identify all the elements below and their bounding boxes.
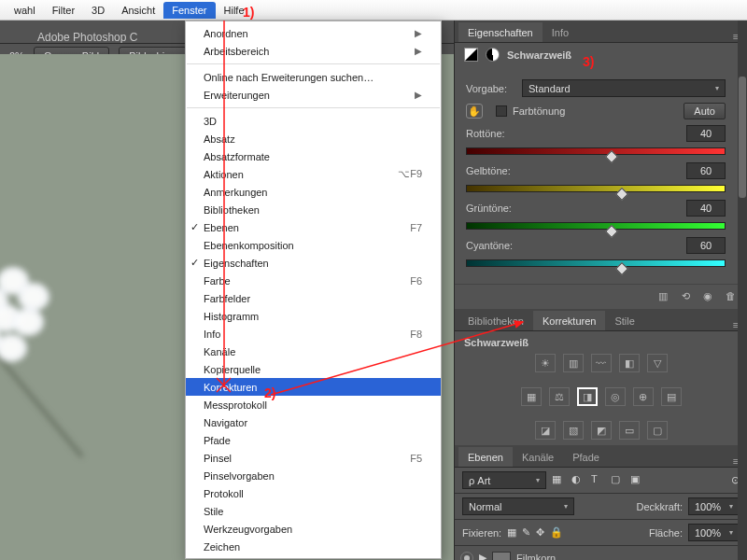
menu-item[interactable]: Stile (186, 502, 441, 520)
korr-current-label: Schwarzweiß (455, 331, 747, 348)
menu-item[interactable]: PinselF5 (186, 449, 441, 467)
filter-adjust-icon[interactable]: ◐ (571, 473, 585, 487)
tab-ebenen[interactable]: Ebenen (458, 447, 513, 467)
auto-button[interactable]: Auto (684, 103, 726, 119)
lock-all-icon[interactable]: 🔒 (550, 526, 563, 539)
menu-item[interactable]: Kanäle (186, 343, 441, 360)
tab-info[interactable]: Info (543, 22, 578, 42)
menu-item[interactable]: Histogramm (186, 307, 441, 325)
menu-item[interactable]: Arbeitsbereich▶ (186, 42, 441, 60)
opacity-input[interactable]: 100%▾ (688, 497, 740, 515)
menu-item[interactable]: Kopierquelle (186, 360, 441, 378)
adj-vibrance-icon[interactable]: ▽ (647, 354, 668, 372)
slider-value[interactable]: 40 (686, 125, 726, 142)
trash-icon[interactable]: 🗑 (723, 288, 738, 303)
fill-input[interactable]: 100%▾ (688, 524, 740, 541)
adj-balance-icon[interactable]: ⚖ (549, 387, 570, 406)
tab-stile[interactable]: Stile (605, 311, 643, 330)
adj-brightness-icon[interactable]: ☀ (535, 354, 556, 372)
tab-eigenschaften[interactable]: Eigenschaften (458, 22, 543, 42)
layer-filter-select[interactable]: ρ Art▾ (462, 471, 546, 489)
lock-trans-icon[interactable]: ▦ (507, 526, 516, 539)
menu-wahl[interactable]: wahl (6, 2, 44, 19)
visibility-icon[interactable]: ◉ (700, 288, 715, 303)
tab-bibliotheken[interactable]: Bibliotheken (458, 311, 533, 330)
reset-icon[interactable]: ⟲ (678, 288, 693, 303)
menu-item[interactable]: Anmerkungen (186, 183, 441, 201)
lock-pos-icon[interactable]: ✥ (536, 526, 544, 539)
menu-item[interactable]: Aktionen⌥F9 (186, 165, 441, 183)
adj-photo-filter-icon[interactable]: ◎ (605, 387, 626, 406)
slider-value[interactable]: 40 (686, 200, 726, 217)
slider-value[interactable]: 60 (686, 237, 726, 254)
menu-item[interactable]: Online nach Erweiterungen suchen… (186, 68, 441, 86)
opacity-label: Deckkraft: (636, 501, 683, 512)
filter-pixel-icon[interactable]: ▦ (552, 473, 566, 487)
color-slider[interactable] (466, 222, 726, 231)
menu-item[interactable]: Farbfelder (186, 289, 441, 307)
menu-item[interactable]: Messprotokoll (186, 396, 441, 413)
tab-pfade[interactable]: Pfade (563, 447, 609, 467)
tab-korrekturen[interactable]: Korrekturen (533, 311, 605, 330)
filter-smart-icon[interactable]: ▣ (630, 473, 644, 487)
adj-channel-mixer-icon[interactable]: ⊕ (633, 387, 654, 406)
targeted-adjust-icon[interactable]: ✋ (466, 104, 483, 119)
menu-ansicht[interactable]: Ansicht (113, 2, 163, 19)
menu-item[interactable]: Protokoll (186, 484, 441, 502)
tint-checkbox[interactable] (496, 105, 507, 117)
expand-icon[interactable]: ▶ (479, 552, 486, 560)
menu-item[interactable]: Anordnen▶ (186, 24, 441, 42)
menu-3d[interactable]: 3D (83, 2, 113, 19)
menu-fenster[interactable]: Fenster (163, 2, 215, 19)
color-slider[interactable] (466, 147, 726, 157)
tint-label: Farbtönung (513, 105, 565, 117)
menu-item[interactable]: Bibliotheken (186, 201, 441, 218)
menu-item[interactable]: ✓EbenenF7 (186, 218, 441, 236)
bw-square-icon (464, 48, 478, 62)
adj-blackwhite-icon[interactable]: ◨ (577, 387, 598, 406)
menu-item[interactable]: Pinselvorgaben (186, 467, 441, 484)
bw-circle-icon (486, 48, 500, 62)
lock-label: Fixieren: (462, 527, 501, 539)
panel-scrollbar[interactable] (738, 21, 747, 560)
layer-name[interactable]: Filmkorn (516, 553, 556, 561)
visibility-toggle-icon[interactable] (460, 552, 473, 561)
adj-levels-icon[interactable]: ▥ (563, 354, 584, 372)
adj-invert-icon[interactable]: ◪ (535, 421, 556, 440)
slider-value[interactable]: 60 (686, 162, 726, 179)
menu-hilfe[interactable]: Hilfe (216, 2, 253, 19)
adj-hue-icon[interactable]: ▦ (521, 387, 542, 406)
lock-paint-icon[interactable]: ✎ (522, 526, 530, 539)
adj-threshold-icon[interactable]: ◩ (591, 421, 612, 440)
menu-item[interactable]: Absatz (186, 130, 441, 147)
menu-item[interactable]: Erweiterungen▶ (186, 86, 441, 104)
view-prev-icon[interactable]: ▥ (655, 288, 670, 303)
menu-item[interactable]: Werkzeugvorgaben (186, 520, 441, 538)
menu-item[interactable]: Ebenenkomposition (186, 236, 441, 254)
menu-item[interactable]: FarbeF6 (186, 272, 441, 289)
menu-item[interactable]: 3D (186, 112, 441, 130)
adj-exposure-icon[interactable]: ◧ (619, 354, 640, 372)
os-menubar: wahl Filter 3D Ansicht Fenster Hilfe (0, 0, 747, 21)
layer-row-group[interactable]: ▶ Filmkorn (455, 546, 747, 560)
filter-type-icon[interactable]: T (591, 473, 605, 487)
blend-mode-select[interactable]: Normal▾ (462, 497, 574, 515)
filter-shape-icon[interactable]: ▢ (611, 473, 625, 487)
menu-item[interactable]: InfoF8 (186, 325, 441, 343)
color-slider[interactable] (466, 259, 726, 269)
menu-item[interactable]: Navigator (186, 413, 441, 431)
preset-select[interactable]: Standard▾ (522, 79, 726, 97)
menu-item[interactable]: Pfade (186, 431, 441, 449)
adj-lut-icon[interactable]: ▤ (661, 387, 682, 406)
color-slider[interactable] (466, 185, 726, 194)
menu-item[interactable]: Zeichen (186, 538, 441, 555)
adj-selective-icon[interactable]: ▢ (647, 421, 668, 440)
menu-item[interactable]: ✓Eigenschaften (186, 254, 441, 272)
menu-filter[interactable]: Filter (44, 2, 83, 19)
tab-kanaele[interactable]: Kanäle (513, 447, 563, 467)
adj-gradmap-icon[interactable]: ▭ (619, 421, 640, 440)
adj-posterize-icon[interactable]: ▧ (563, 421, 584, 440)
menu-item[interactable]: Korrekturen (186, 378, 441, 396)
menu-item[interactable]: Absatzformate (186, 147, 441, 165)
adj-curves-icon[interactable]: 〰 (591, 354, 612, 372)
